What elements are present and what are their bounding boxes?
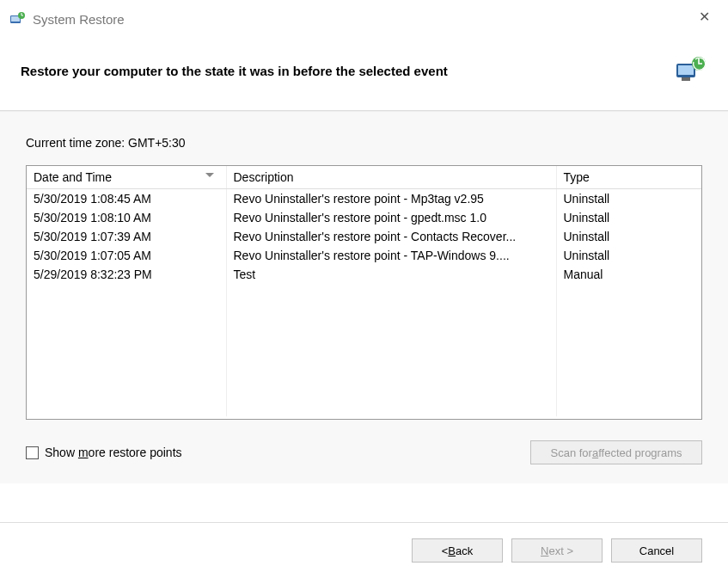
cell-type: Uninstall [556, 208, 701, 227]
close-button[interactable]: ✕ [687, 3, 721, 29]
cell-datetime: 5/30/2019 1:07:39 AM [27, 227, 226, 246]
cell-datetime: 5/29/2019 8:32:23 PM [27, 265, 226, 284]
table-row [27, 341, 701, 360]
sort-desc-icon [205, 173, 214, 177]
svg-rect-4 [678, 65, 694, 75]
cell-datetime: 5/30/2019 1:07:05 AM [27, 246, 226, 265]
next-button[interactable]: Next > [511, 538, 603, 563]
cell-description: Revo Uninstaller's restore point - TAP-W… [226, 246, 556, 265]
page-title: Restore your computer to the state it wa… [21, 64, 448, 78]
table-row[interactable]: 5/30/2019 1:08:45 AMRevo Uninstaller's r… [27, 189, 701, 208]
table-row[interactable]: 5/30/2019 1:08:10 AMRevo Uninstaller's r… [27, 208, 701, 227]
cancel-button[interactable]: Cancel [611, 538, 702, 563]
col-datetime[interactable]: Date and Time [27, 166, 226, 189]
table-row [27, 378, 701, 397]
cell-datetime: 5/30/2019 1:08:45 AM [27, 189, 226, 208]
table-row[interactable]: 5/30/2019 1:07:39 AMRevo Uninstaller's r… [27, 227, 701, 246]
show-more-label: Show more restore points [45, 446, 182, 459]
table-row[interactable]: 5/30/2019 1:07:05 AMRevo Uninstaller's r… [27, 246, 701, 265]
table-row [27, 397, 701, 416]
cell-type: Uninstall [556, 189, 701, 208]
cell-description: Revo Uninstaller's restore point - gpedt… [226, 208, 556, 227]
window-title: System Restore [33, 12, 125, 27]
footer: < Back Next > Cancel [0, 522, 728, 578]
cell-type: Manual [556, 265, 701, 284]
cell-datetime: 5/30/2019 1:08:10 AM [27, 208, 226, 227]
content: Current time zone: GMT+5:30 Date and Tim… [0, 111, 728, 483]
restore-wizard-icon [673, 53, 707, 88]
cell-description: Revo Uninstaller's restore point - Mp3ta… [226, 189, 556, 208]
cell-description: Revo Uninstaller's restore point - Conta… [226, 227, 556, 246]
below-table-row: Show more restore points Scan for affect… [26, 440, 702, 464]
col-type[interactable]: Type [556, 166, 701, 189]
close-icon: ✕ [699, 9, 710, 25]
restore-points-table[interactable]: Date and Time Description Type 5/30/2019… [26, 165, 702, 420]
back-button[interactable]: < Back [412, 538, 503, 563]
titlebar: System Restore ✕ [0, 0, 728, 38]
table-row [27, 284, 701, 303]
header: Restore your computer to the state it wa… [0, 38, 728, 111]
timezone-label: Current time zone: GMT+5:30 [26, 136, 702, 150]
cell-description: Test [226, 265, 556, 284]
cell-type: Uninstall [556, 246, 701, 265]
show-more-checkbox[interactable]: Show more restore points [26, 446, 182, 459]
table-row[interactable]: 5/29/2019 8:32:23 PMTestManual [27, 265, 701, 284]
checkbox-icon [26, 446, 39, 459]
cell-type: Uninstall [556, 227, 701, 246]
system-restore-icon [9, 10, 26, 28]
scan-affected-button[interactable]: Scan for affected programs [530, 440, 702, 464]
col-description[interactable]: Description [226, 166, 556, 189]
table-row [27, 322, 701, 341]
table-row [27, 303, 701, 322]
col-description-label: Description [234, 170, 294, 184]
col-datetime-label: Date and Time [34, 170, 112, 184]
svg-rect-5 [682, 77, 690, 81]
table-row [27, 360, 701, 378]
col-type-label: Type [564, 170, 590, 184]
